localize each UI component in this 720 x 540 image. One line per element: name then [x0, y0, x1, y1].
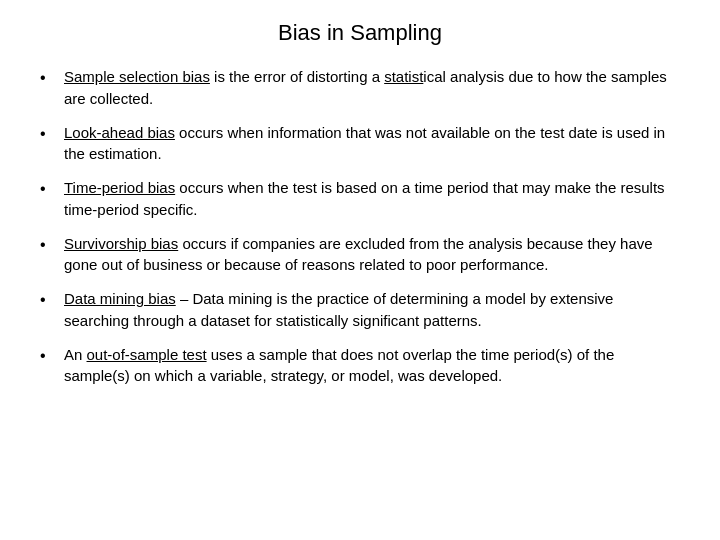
term-label: Look-ahead bias	[64, 124, 175, 141]
bias-list: • Sample selection bias is the error of …	[40, 66, 680, 399]
bullet-icon: •	[40, 122, 58, 145]
list-item: • Survivorship bias occurs if companies …	[40, 233, 680, 277]
list-item: • Sample selection bias is the error of …	[40, 66, 680, 110]
term-label: Sample selection bias	[64, 68, 210, 85]
list-item: • Data mining bias – Data mining is the …	[40, 288, 680, 332]
term-label: Survivorship bias	[64, 235, 178, 252]
bullet-icon: •	[40, 233, 58, 256]
list-item: • Time-period bias occurs when the test …	[40, 177, 680, 221]
bullet-icon: •	[40, 344, 58, 367]
item-text: Sample selection bias is the error of di…	[64, 66, 680, 110]
page-title: Bias in Sampling	[40, 20, 680, 46]
list-item: • An out-of-sample test uses a sample th…	[40, 344, 680, 388]
term-label: Time-period bias	[64, 179, 175, 196]
list-item: • Look-ahead bias occurs when informatio…	[40, 122, 680, 166]
term-label: out-of-sample test	[87, 346, 207, 363]
item-text: Look-ahead bias occurs when information …	[64, 122, 680, 166]
bullet-icon: •	[40, 66, 58, 89]
item-prefix: An	[64, 346, 87, 363]
bullet-icon: •	[40, 177, 58, 200]
bullet-icon: •	[40, 288, 58, 311]
item-text: Data mining bias – Data mining is the pr…	[64, 288, 680, 332]
item-text: Survivorship bias occurs if companies ar…	[64, 233, 680, 277]
term-label: Data mining bias	[64, 290, 176, 307]
item-text: Time-period bias occurs when the test is…	[64, 177, 680, 221]
item-text: An out-of-sample test uses a sample that…	[64, 344, 680, 388]
